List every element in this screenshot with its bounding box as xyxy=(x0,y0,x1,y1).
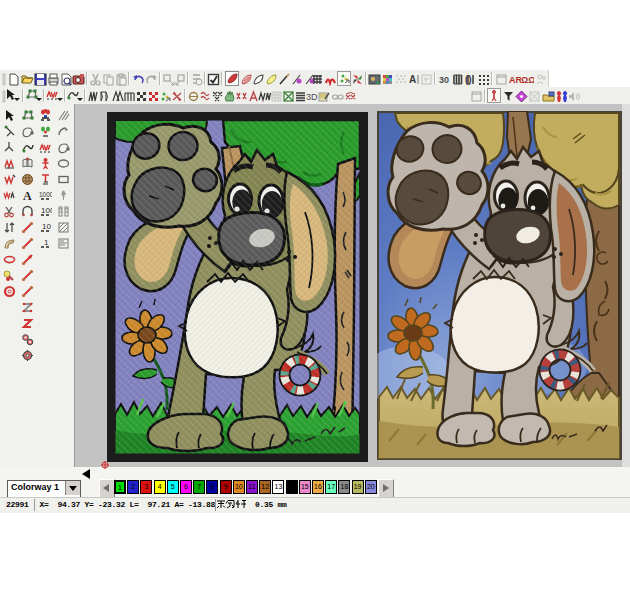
svg-text:10: 10 xyxy=(42,222,51,231)
svg-text:AR: AR xyxy=(509,75,521,85)
svg-text:ΩΩ: ΩΩ xyxy=(521,75,534,85)
svg-text:A: A xyxy=(409,74,416,85)
svg-text:3D: 3D xyxy=(306,92,318,102)
svg-text:1: 1 xyxy=(44,238,49,247)
svg-text:A: A xyxy=(23,189,32,202)
svg-text:100: 100 xyxy=(41,206,52,215)
svg-text:30: 30 xyxy=(439,75,449,85)
svg-text:1000: 1000 xyxy=(39,191,52,198)
